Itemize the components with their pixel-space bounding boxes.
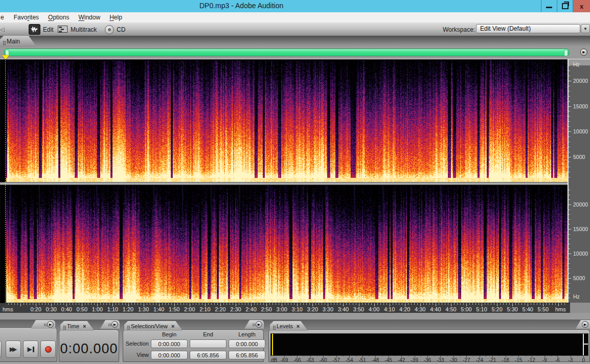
cd-view-label[interactable]: CD bbox=[117, 26, 125, 33]
timeline-tick bbox=[177, 303, 178, 305]
db-minor-tick bbox=[525, 355, 526, 356]
close-icon[interactable]: × bbox=[171, 323, 174, 329]
timeline-tick-label: 4:10 bbox=[384, 306, 395, 312]
menu-fragment[interactable]: e bbox=[1, 14, 4, 21]
cd-disc-icon[interactable] bbox=[105, 25, 114, 34]
menu-item-help[interactable]: Help bbox=[105, 13, 127, 22]
frequency-ruler[interactable]: Hz Hz 5000100001500020000500010000150002… bbox=[569, 59, 590, 303]
navigation-row: ▶ bbox=[0, 47, 590, 59]
workspace-dropdown-arrow[interactable]: ▼ bbox=[581, 24, 590, 33]
spectrogram-right-channel[interactable] bbox=[1, 186, 568, 303]
panel-menu-button[interactable]: ▶ bbox=[580, 49, 587, 56]
timeline-tick bbox=[109, 303, 110, 305]
fast-forward-button[interactable]: ▶▶ bbox=[6, 340, 21, 358]
db-scale-label: -6 bbox=[555, 357, 560, 363]
close-icon[interactable]: × bbox=[297, 323, 300, 329]
levels-title: Levels bbox=[277, 323, 293, 329]
timeline-tick bbox=[14, 303, 15, 305]
edit-view-label[interactable]: Edit bbox=[43, 26, 54, 33]
view-length-field[interactable]: 6:05.856 bbox=[229, 351, 265, 359]
db-minor-tick bbox=[408, 355, 409, 356]
timeline-tick bbox=[521, 303, 522, 305]
timeline-tick bbox=[402, 303, 402, 305]
edit-view-button[interactable] bbox=[29, 24, 40, 35]
selection-end-field[interactable] bbox=[190, 339, 226, 348]
menu-item-favorites[interactable]: Favorites bbox=[9, 13, 43, 22]
spectrogram-left-channel[interactable] bbox=[1, 60, 568, 182]
view-end-field[interactable]: 6:05.856 bbox=[190, 351, 226, 359]
timeline-tick bbox=[479, 303, 479, 305]
timeline-right-unit: hms bbox=[555, 306, 566, 312]
timeline-tick bbox=[242, 303, 242, 305]
frequency-tick-label: 15000 bbox=[573, 226, 588, 232]
menu-item-options[interactable]: Options bbox=[43, 13, 74, 22]
timeline-tick bbox=[362, 303, 362, 305]
dock-top-strip bbox=[0, 313, 590, 320]
clip-indicator[interactable] bbox=[583, 334, 588, 355]
freq-unit-top: Hz bbox=[573, 61, 580, 67]
multitrack-icon[interactable] bbox=[58, 26, 67, 33]
timeline-tick-label: 2:30 bbox=[230, 306, 241, 312]
selection-view-menu-button[interactable]: ▶ bbox=[256, 321, 262, 328]
go-to-end-button[interactable]: ▶ bbox=[23, 340, 38, 358]
chevron-left-icon[interactable]: ◁ bbox=[0, 26, 4, 33]
timeline-tick bbox=[365, 303, 366, 305]
db-scale-label: -18 bbox=[502, 357, 509, 363]
frequency-tick bbox=[569, 229, 571, 230]
timeline-tick bbox=[187, 303, 187, 305]
transport-panel-menu-button[interactable]: ▶ bbox=[47, 321, 54, 328]
timeline-tick bbox=[17, 303, 18, 305]
time-panel-menu-button[interactable]: ▶ bbox=[111, 321, 118, 328]
minimize-button[interactable] bbox=[541, 0, 557, 12]
grip-icon bbox=[44, 324, 45, 325]
playhead-marker-top[interactable] bbox=[2, 55, 9, 59]
db-minor-tick bbox=[421, 355, 421, 356]
time-panel-tab[interactable]: Time × bbox=[60, 321, 94, 331]
workspace-dropdown[interactable]: Edit View (Default) bbox=[476, 24, 580, 33]
selection-view-ear: ▶ bbox=[244, 320, 264, 329]
db-scale-label: -9 bbox=[542, 357, 547, 363]
multitrack-view-label[interactable]: Multitrack bbox=[71, 26, 97, 33]
timeline-tick bbox=[233, 303, 233, 305]
levels-menu-button[interactable]: ▶ bbox=[582, 321, 588, 328]
timeline-tick bbox=[199, 303, 199, 305]
frequency-tick bbox=[569, 248, 570, 249]
timeline-tick bbox=[331, 303, 331, 305]
timeline-tick bbox=[488, 303, 488, 305]
level-meter[interactable] bbox=[270, 333, 588, 356]
timeline-tick-label: 5:50 bbox=[538, 306, 549, 312]
menu-item-window[interactable]: Window bbox=[74, 13, 105, 22]
db-scale: dB -69-66-63-60-57-54-51-48-45-42-39-36-… bbox=[269, 355, 589, 363]
column-header-length: Length bbox=[229, 331, 265, 337]
frequency-tick-label: 20000 bbox=[573, 201, 588, 208]
frequency-tick bbox=[569, 293, 570, 293]
selection-view-tab[interactable]: Selection/View × bbox=[124, 321, 183, 331]
selection-view-title: Selection/View bbox=[131, 323, 168, 329]
zoom-navigation-bar[interactable] bbox=[4, 49, 569, 56]
timeline-tick bbox=[534, 303, 534, 305]
timeline-tick bbox=[322, 303, 322, 305]
timeline-tick bbox=[442, 303, 442, 305]
frequency-tick-label: 10000 bbox=[573, 128, 588, 134]
levels-tab[interactable]: Levels × bbox=[270, 321, 308, 331]
frequency-tick-label: 20000 bbox=[573, 78, 588, 84]
record-button[interactable] bbox=[40, 340, 56, 358]
window-title: DP0.mp3 - Adobe Audition bbox=[199, 2, 283, 10]
tab-main[interactable]: Main bbox=[0, 36, 37, 47]
channel-divider[interactable] bbox=[0, 182, 569, 185]
timeline-ruler[interactable]: hms hms 0:200:300:400:501:001:101:201:30… bbox=[0, 303, 570, 313]
time-display[interactable]: 0:00.000 bbox=[59, 341, 119, 357]
close-button[interactable]: x bbox=[573, 0, 590, 12]
frequency-tick bbox=[569, 147, 570, 147]
view-begin-field[interactable]: 0:00.000 bbox=[151, 351, 188, 359]
timeline-tick-label: 2:10 bbox=[199, 306, 210, 312]
selection-length-field[interactable]: 0:00.000 bbox=[229, 339, 265, 348]
timeline-tick bbox=[288, 303, 288, 305]
restore-button[interactable] bbox=[557, 0, 573, 12]
timeline-tick bbox=[85, 303, 85, 305]
timeline-tick bbox=[106, 303, 107, 305]
close-icon[interactable]: × bbox=[83, 323, 86, 329]
playhead-line[interactable] bbox=[5, 60, 6, 303]
selection-begin-field[interactable]: 0:00.000 bbox=[151, 339, 188, 348]
transport-button-partial[interactable] bbox=[0, 340, 2, 358]
